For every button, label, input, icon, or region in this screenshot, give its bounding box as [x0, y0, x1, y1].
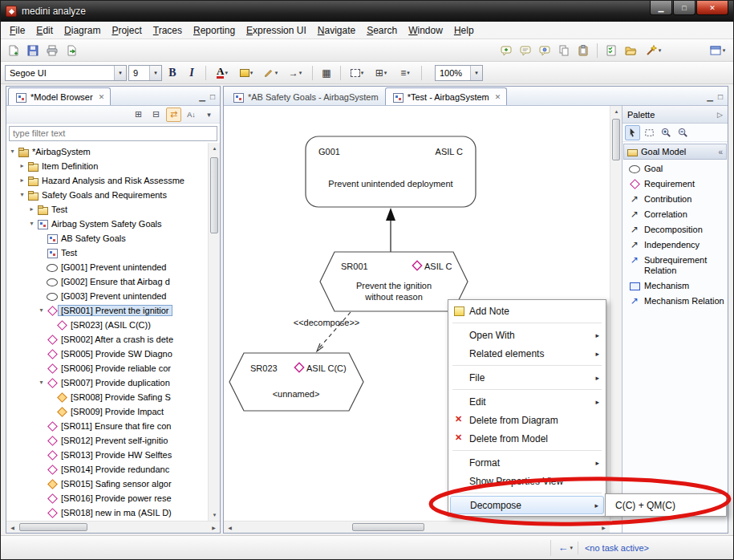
context-menu-item[interactable]: Edit ▸	[450, 392, 604, 411]
menu-item[interactable]: Search	[361, 22, 403, 39]
menu-item[interactable]: Window	[403, 22, 448, 39]
palette-drawer-goal-model[interactable]: Goal Model «	[623, 144, 727, 160]
palette-item[interactable]: Mechanism	[622, 278, 728, 294]
tree-vertical-scrollbar[interactable]: ▲ ▼	[208, 143, 220, 521]
palette-item[interactable]: Correlation	[622, 207, 728, 222]
marquee-tool[interactable]	[642, 125, 657, 140]
tree-item[interactable]: [SR006] Provide reliable cor	[6, 361, 207, 375]
palette-item[interactable]: Independency	[622, 237, 728, 253]
tree-item[interactable]: [SR005] Provide SW Diagno	[6, 347, 207, 361]
tree-item[interactable]: ▾ *AirbagSystem	[6, 144, 207, 159]
tree-item[interactable]: ▾ [SR001] Prevent the ignitior	[6, 303, 207, 318]
tree-item[interactable]: ▾ [SR007] Provide duplication	[6, 375, 207, 390]
context-menu-item[interactable]: Add Note	[450, 302, 604, 320]
expander-icon[interactable]: ▾	[8, 148, 17, 155]
expander-icon[interactable]: ▾	[18, 191, 26, 198]
collapse-all-button[interactable]: ⊟	[148, 108, 164, 122]
scroll-right-icon[interactable]: ▶	[598, 521, 610, 533]
tree-item[interactable]: [G003] Prevent unintended	[6, 289, 207, 303]
filter-input[interactable]	[9, 126, 217, 141]
line-color-button[interactable]: ▾	[259, 64, 282, 82]
tree-item[interactable]: [SR016] Provide power rese	[6, 491, 207, 505]
tree-item[interactable]: ▾ Airbag System Safety Goals	[6, 217, 207, 231]
zoom-out-tool[interactable]	[675, 125, 691, 140]
expander-icon[interactable]: ▸	[27, 205, 36, 213]
scroll-left-icon[interactable]: ◀	[6, 521, 18, 533]
minimize-button[interactable]: ▁	[650, 1, 672, 15]
close-tab-icon[interactable]: ✕	[495, 93, 501, 101]
requirement-node-sr023[interactable]: SR023 ASIL C(C) <unnamed>	[229, 353, 363, 411]
comments-button[interactable]	[517, 42, 534, 59]
tree-item[interactable]: [SR013] Provide HW Selftes	[6, 448, 207, 462]
fill-color-button[interactable]: ▾	[235, 64, 258, 82]
maximize-button[interactable]: □	[673, 1, 695, 15]
tree-item[interactable]: ▸ Test	[6, 202, 207, 217]
scroll-up-icon[interactable]: ▲	[610, 106, 622, 117]
tree-horizontal-scrollbar[interactable]: ◀ ▶	[6, 521, 220, 533]
tree-item[interactable]: ▾ Safety Goals and Requirements	[6, 188, 207, 202]
editor-tab-ab-safety-goals[interactable]: *AB Safety Goals - AirbagSystem	[225, 87, 385, 105]
context-menu-item[interactable]: Show Properties View	[450, 472, 604, 490]
table-button[interactable]: ▦	[318, 64, 335, 82]
canvas-vertical-scrollbar[interactable]: ▲ ▼	[610, 106, 622, 521]
menu-item[interactable]: Traces	[148, 22, 188, 39]
scroll-up-icon[interactable]: ▲	[209, 143, 221, 154]
checklist-button[interactable]	[602, 42, 620, 59]
font-size-combo[interactable]: 9 ▾	[128, 65, 162, 81]
font-color-button[interactable]: A ▾	[211, 64, 233, 82]
scrollbar-thumb[interactable]	[19, 523, 87, 531]
palette-header[interactable]: Palette ▷	[622, 106, 728, 124]
tree-item[interactable]: [G001] Prevent unintended	[6, 260, 207, 274]
palette-item[interactable]: Contribution	[622, 192, 728, 207]
open-model-button[interactable]	[622, 42, 639, 59]
tree-item[interactable]: [SR009] Provide Impact	[6, 404, 207, 419]
palette-item[interactable]: Decomposition	[622, 222, 728, 237]
editor-tab-test[interactable]: *Test - AirbagSystem ✕	[385, 87, 508, 105]
menu-item[interactable]: Reporting	[188, 22, 241, 39]
new-window-button[interactable]: ▾	[705, 42, 729, 59]
scroll-right-icon[interactable]: ▶	[208, 521, 220, 533]
tree-item[interactable]: [SR015] Safing sensor algor	[6, 477, 207, 491]
scrollbar-thumb[interactable]	[612, 119, 620, 160]
maximize-view-icon[interactable]: □	[210, 93, 215, 101]
contribution-edge[interactable]	[386, 208, 395, 253]
link-with-editor-button[interactable]: ⇄	[166, 108, 181, 122]
tree-item[interactable]: Test	[6, 246, 207, 260]
scrollbar-thumb[interactable]	[210, 157, 218, 233]
minimize-view-icon[interactable]: ▁	[199, 93, 205, 101]
context-menu-item[interactable]: Open With ▸	[450, 326, 604, 344]
palette-item[interactable]: Requirement	[622, 177, 728, 192]
tree-item[interactable]: [SR008] Provide Safing S	[6, 390, 207, 404]
requirement-node-sr001[interactable]: SR001 ASIL C Prevent the ignition withou…	[320, 252, 468, 311]
task-dropdown-icon[interactable]: ▾	[570, 545, 573, 551]
tree-item[interactable]: [G002] Ensure that Airbag d	[6, 274, 207, 289]
tree-item[interactable]: [SR011] Ensure that fire con	[6, 419, 207, 433]
save-button[interactable]	[24, 42, 42, 59]
context-menu-item[interactable]: Related elements ▸	[450, 344, 604, 363]
palette-item[interactable]: Subrequirement Relation	[622, 253, 728, 278]
review-comment-button[interactable]	[536, 42, 554, 59]
menu-item[interactable]: Diagram	[59, 22, 106, 39]
scroll-down-icon[interactable]: ▼	[209, 509, 221, 521]
expand-all-button[interactable]: ⊞	[131, 108, 146, 122]
italic-button[interactable]: I	[183, 64, 201, 82]
tree-item[interactable]: AB Safety Goals	[6, 231, 207, 246]
palette-item[interactable]: Mechanism Relation	[622, 294, 728, 309]
tree-item[interactable]: [SR014] Provide redundanc	[6, 462, 207, 477]
align-button[interactable]: ≡ ▾	[394, 64, 416, 82]
context-menu-item[interactable]: Format ▸	[450, 453, 604, 472]
copy-button[interactable]	[555, 42, 573, 59]
context-menu-item[interactable]: File ▸	[450, 368, 604, 387]
context-menu-item[interactable]: Decompose ▸	[450, 496, 604, 514]
decompose-edge[interactable]: <<decompose>>	[294, 312, 360, 351]
maximize-editor-icon[interactable]: □	[718, 93, 723, 101]
submenu-item-decompose-option[interactable]: C(C) + QM(C)	[607, 496, 724, 514]
expander-icon[interactable]: ▸	[18, 177, 26, 184]
zoom-in-tool[interactable]	[659, 125, 674, 140]
expander-icon[interactable]: ▾	[27, 220, 36, 227]
zoom-combo[interactable]: 100% ▾	[435, 65, 483, 81]
print-button[interactable]	[43, 42, 61, 59]
expander-icon[interactable]: ▾	[37, 306, 46, 314]
menu-item[interactable]: File	[4, 22, 30, 39]
task-back-icon[interactable]: ←	[558, 542, 568, 554]
